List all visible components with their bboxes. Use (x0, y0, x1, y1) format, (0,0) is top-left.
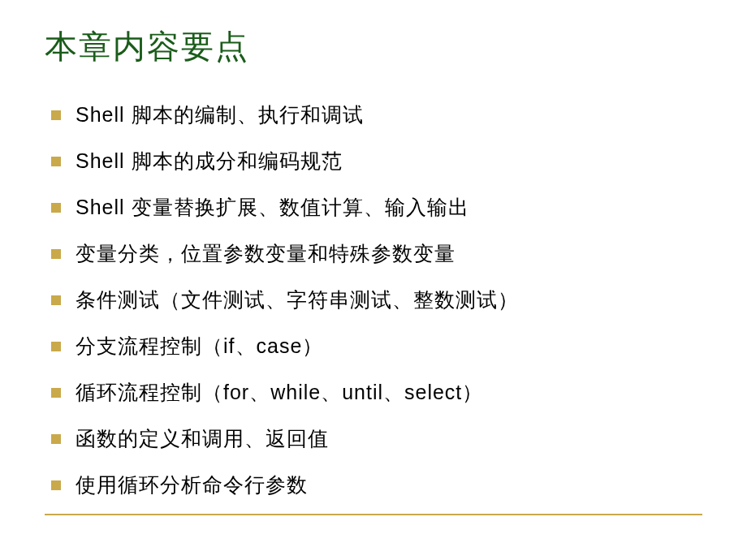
slide-container: 本章内容要点 Shell 脚本的编制、执行和调试 Shell 脚本的成分和编码规… (0, 0, 747, 560)
bullet-text: 使用循环分析命令行参数 (76, 472, 308, 498)
bullet-marker-icon (51, 295, 61, 305)
bullet-marker-icon (51, 110, 61, 120)
bullet-marker-icon (51, 249, 61, 259)
bullet-marker-icon (51, 157, 61, 166)
bullet-text: 分支流程控制（if、case） (76, 333, 323, 360)
divider (45, 514, 702, 515)
bullet-marker-icon (51, 342, 61, 351)
bullet-text: 函数的定义和调用、返回值 (76, 425, 329, 452)
bullet-marker-icon (51, 388, 61, 398)
list-item: 函数的定义和调用、返回值 (45, 425, 702, 452)
page-title: 本章内容要点 (45, 24, 702, 69)
bullet-text: Shell 脚本的编制、执行和调试 (76, 101, 364, 128)
list-item: 条件测试（文件测试、字符串测试、整数测试） (45, 286, 702, 313)
list-item: Shell 脚本的成分和编码规范 (45, 148, 702, 174)
list-item: 变量分类，位置参数变量和特殊参数变量 (45, 240, 702, 267)
bullet-marker-icon (51, 203, 61, 213)
list-item: 循环流程控制（for、while、until、select） (45, 379, 702, 406)
bullet-marker-icon (51, 480, 61, 490)
list-item: 分支流程控制（if、case） (45, 333, 702, 360)
bullet-marker-icon (51, 434, 61, 444)
list-item: Shell 脚本的编制、执行和调试 (45, 101, 702, 128)
list-item: 使用循环分析命令行参数 (45, 472, 702, 498)
bullet-text: Shell 变量替换扩展、数值计算、输入输出 (76, 194, 469, 221)
bullet-text: 变量分类，位置参数变量和特殊参数变量 (76, 240, 456, 267)
list-item: Shell 变量替换扩展、数值计算、输入输出 (45, 194, 702, 221)
bullet-list: Shell 脚本的编制、执行和调试 Shell 脚本的成分和编码规范 Shell… (45, 101, 702, 498)
bullet-text: 循环流程控制（for、while、until、select） (76, 379, 483, 406)
bullet-text: 条件测试（文件测试、字符串测试、整数测试） (76, 286, 519, 313)
bullet-text: Shell 脚本的成分和编码规范 (76, 148, 343, 174)
